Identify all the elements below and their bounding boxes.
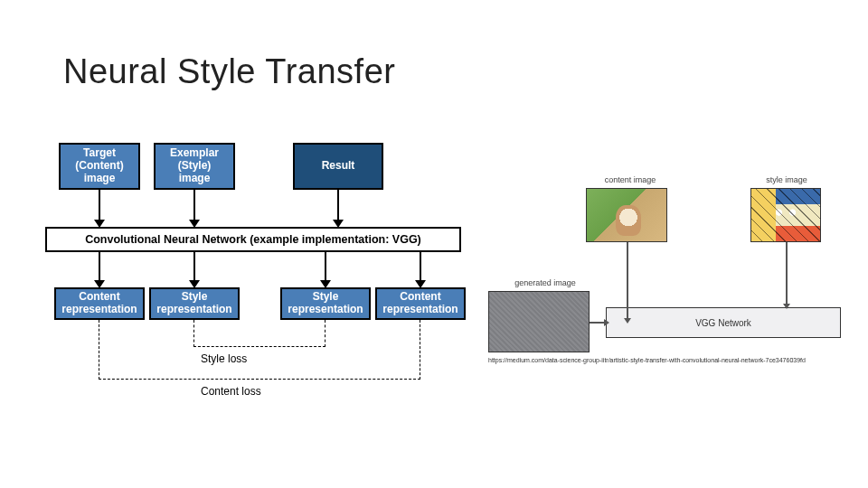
- content-loss-label: Content loss: [201, 385, 261, 398]
- connector-line: [627, 242, 628, 322]
- arrow-head-icon: [783, 304, 790, 309]
- content-image-thumbnail: [586, 188, 667, 242]
- style-loss-bracket: [193, 346, 326, 347]
- style-representation-box-right: Stylerepresentation: [280, 287, 371, 320]
- style-loss-bracket: [325, 320, 326, 347]
- citation-url: https://medium.com/data-science-group-ii…: [488, 357, 850, 363]
- style-image-label: style image: [760, 175, 814, 184]
- style-loss-bracket: [193, 320, 194, 347]
- content-loss-bracket: [99, 379, 420, 380]
- connector-line: [786, 242, 788, 307]
- vgg-illustration: content image style image generated imag…: [488, 174, 850, 372]
- slide-title: Neural Style Transfer: [63, 52, 395, 91]
- content-loss-bracket: [420, 320, 420, 380]
- exemplar-style-image-box: Exemplar(Style)image: [154, 143, 235, 190]
- target-content-image-box: Target(Content)image: [59, 143, 140, 190]
- arrow-head-icon: [624, 318, 631, 324]
- content-representation-box-left: Contentrepresentation: [54, 287, 145, 320]
- content-loss-bracket: [99, 320, 99, 380]
- result-box: Result: [293, 143, 383, 190]
- generated-image-label: generated image: [505, 278, 586, 287]
- style-image-thumbnail: [750, 188, 821, 242]
- nst-diagram: Target(Content)image Exemplar(Style)imag…: [45, 143, 470, 441]
- generated-image-thumbnail: [488, 291, 590, 352]
- cnn-box: Convolutional Neural Network (example im…: [45, 227, 461, 252]
- style-representation-box-left: Stylerepresentation: [149, 287, 240, 320]
- content-image-label: content image: [599, 175, 662, 184]
- content-representation-box-right: Contentrepresentation: [375, 287, 466, 320]
- style-loss-label: Style loss: [201, 352, 247, 365]
- vgg-network-box: VGG Network: [606, 307, 841, 338]
- arrow-head-icon: [604, 319, 609, 326]
